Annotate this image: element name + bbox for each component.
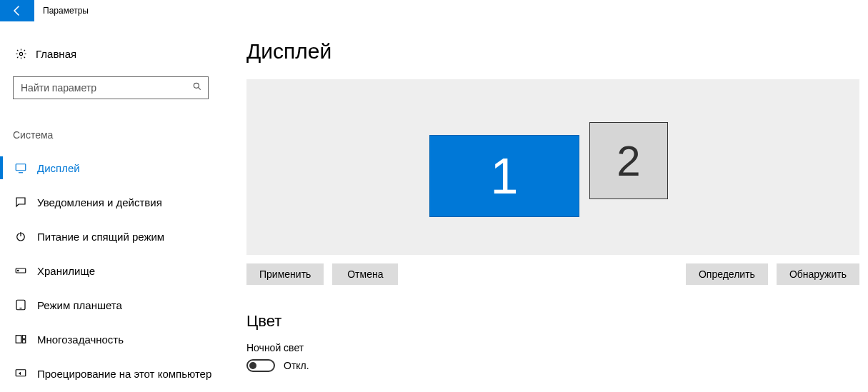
category-label: Система	[0, 129, 221, 141]
multitask-icon	[13, 333, 29, 346]
home-button[interactable]: Главная	[0, 39, 221, 68]
color-section-title: Цвет	[246, 312, 859, 331]
nav-label: Хранилище	[37, 265, 95, 277]
nav-item-display[interactable]: Дисплей	[0, 151, 221, 185]
arrow-left-icon	[11, 5, 23, 16]
night-light-label: Ночной свет	[246, 342, 859, 353]
nav-item-multitask[interactable]: Многозадачность	[0, 322, 221, 356]
back-button[interactable]	[0, 0, 34, 21]
night-light-state: Откл.	[284, 360, 309, 371]
nav-item-power[interactable]: Питание и спящий режим	[0, 219, 221, 253]
monitor-1[interactable]: 1	[429, 135, 579, 217]
nav-list: Дисплей Уведомления и действия Питание и…	[0, 151, 221, 391]
nav-label: Дисплей	[37, 162, 80, 174]
cancel-button[interactable]: Отмена	[332, 263, 398, 285]
monitor-icon	[13, 161, 29, 174]
nav-item-storage[interactable]: Хранилище	[0, 253, 221, 288]
svg-line-2	[198, 87, 200, 89]
nav-label: Питание и спящий режим	[37, 231, 164, 243]
svg-rect-12	[22, 336, 26, 339]
tablet-icon	[13, 298, 29, 311]
nav-item-notifications[interactable]: Уведомления и действия	[0, 185, 221, 219]
chat-icon	[13, 196, 29, 208]
night-light-toggle[interactable]	[246, 359, 275, 372]
display-arrange-area[interactable]: 1 2	[246, 79, 859, 255]
search-input[interactable]	[19, 81, 192, 94]
nav-label: Многозадачность	[37, 333, 124, 346]
svg-rect-11	[16, 336, 21, 343]
monitor-2[interactable]: 2	[589, 122, 668, 199]
gear-icon	[13, 48, 29, 60]
svg-point-8	[18, 270, 19, 271]
svg-rect-3	[16, 164, 26, 171]
arrange-buttons: Применить Отмена Определить Обнаружить	[246, 263, 859, 285]
nav-label: Режим планшета	[37, 299, 122, 311]
storage-icon	[13, 264, 29, 277]
toggle-knob	[249, 362, 256, 369]
monitor-2-label: 2	[617, 136, 640, 186]
power-icon	[13, 230, 29, 243]
nav-label: Проецирование на этот компьютер	[37, 368, 211, 380]
sidebar: Главная Система Дисплей Ув	[0, 21, 221, 392]
search-icon	[192, 81, 202, 94]
monitor-1-label: 1	[491, 148, 519, 205]
window-title: Параметры	[34, 0, 89, 21]
page-title: Дисплей	[246, 39, 859, 64]
titlebar: Параметры	[0, 0, 868, 21]
apply-button[interactable]: Применить	[246, 263, 324, 285]
svg-point-1	[194, 83, 199, 88]
search-box[interactable]	[13, 76, 209, 99]
home-label: Главная	[36, 48, 76, 60]
main-content: Дисплей 1 2 Применить Отмена Определить …	[221, 21, 868, 392]
svg-rect-13	[22, 340, 26, 343]
nav-item-tablet[interactable]: Режим планшета	[0, 288, 221, 322]
project-icon	[13, 367, 29, 380]
identify-button[interactable]: Определить	[686, 263, 768, 285]
nav-item-projecting[interactable]: Проецирование на этот компьютер	[0, 356, 221, 391]
nav-label: Уведомления и действия	[37, 196, 162, 208]
svg-point-0	[19, 52, 22, 55]
detect-button[interactable]: Обнаружить	[777, 263, 859, 285]
